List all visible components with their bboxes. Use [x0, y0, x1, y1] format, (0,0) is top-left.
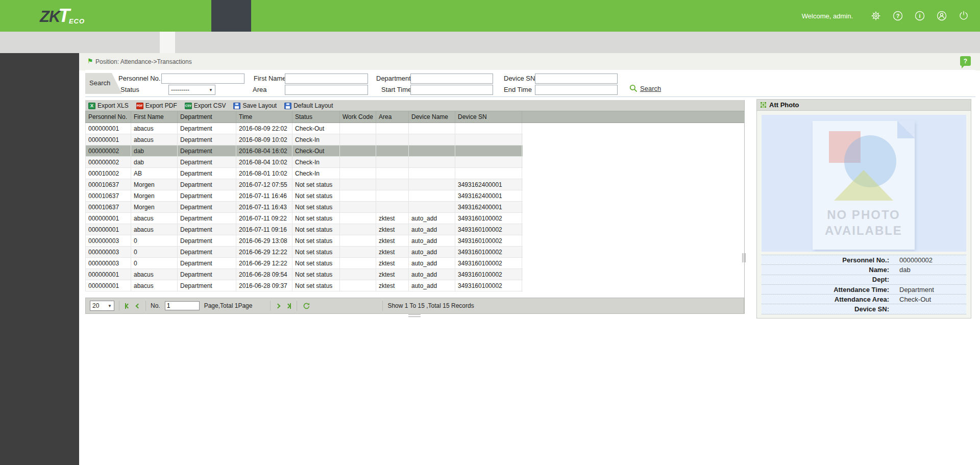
table-cell[interactable]: Department [178, 123, 236, 134]
table-row[interactable]: 000000002dabDepartment2016-08-04 10:02Ch… [85, 157, 523, 168]
table-cell[interactable] [340, 190, 376, 201]
table-cell[interactable]: 2016-07-11 16:43 [236, 202, 292, 212]
table-cell[interactable] [376, 157, 409, 167]
end-time-input[interactable] [535, 85, 618, 95]
table-cell[interactable] [340, 258, 376, 268]
table-cell[interactable] [376, 123, 409, 134]
table-cell[interactable] [455, 168, 522, 179]
table-cell[interactable]: Morgen [131, 202, 178, 212]
table-cell[interactable]: Department [178, 190, 236, 201]
table-cell[interactable] [340, 168, 376, 179]
status-select[interactable]: --------- ▼ [168, 85, 215, 95]
table-cell[interactable]: 2016-07-11 09:16 [236, 224, 292, 235]
table-cell[interactable] [455, 145, 522, 156]
table-cell[interactable]: Check-In [292, 157, 340, 167]
table-cell[interactable] [455, 157, 522, 167]
subnav-item[interactable] [160, 32, 175, 53]
table-cell[interactable] [409, 202, 455, 212]
column-header[interactable]: First Name [131, 111, 178, 123]
table-cell[interactable]: abacus [131, 123, 178, 134]
prev-page-button[interactable] [135, 304, 141, 308]
last-page-button[interactable] [285, 303, 292, 309]
table-cell[interactable] [340, 224, 376, 235]
column-header[interactable]: Work Code [340, 111, 376, 123]
table-cell[interactable]: AB [131, 168, 178, 179]
table-row[interactable]: 000000001abacusDepartment2016-07-11 09:2… [85, 213, 523, 224]
column-header[interactable]: Device Name [409, 111, 455, 123]
table-cell[interactable]: dab [131, 145, 178, 156]
table-cell[interactable] [409, 145, 455, 156]
table-cell[interactable]: 3493160100002 [455, 224, 522, 235]
export-xls-button[interactable]: Export XLS [88, 102, 129, 109]
table-cell[interactable]: abacus [131, 134, 178, 145]
table-cell[interactable]: zktest [376, 280, 409, 291]
table-cell[interactable]: abacus [131, 213, 178, 224]
personnel-no-input[interactable] [161, 74, 244, 84]
table-cell[interactable] [340, 179, 376, 190]
table-cell[interactable] [409, 123, 455, 134]
top-menu-item[interactable] [291, 0, 331, 32]
table-cell[interactable]: auto_add [409, 235, 455, 246]
resize-grip[interactable] [408, 314, 421, 317]
table-cell[interactable] [340, 123, 376, 134]
top-menu-item[interactable] [251, 0, 291, 32]
table-cell[interactable]: zktest [376, 269, 409, 280]
table-cell[interactable] [340, 134, 376, 145]
table-cell[interactable]: 000000002 [86, 157, 131, 167]
table-row[interactable]: 0000000030Department2016-06-29 12:22Not … [85, 247, 523, 258]
table-cell[interactable]: 2016-07-12 07:55 [236, 179, 292, 190]
column-header[interactable]: Device SN [455, 111, 522, 123]
table-cell[interactable]: abacus [131, 269, 178, 280]
table-cell[interactable]: zktest [376, 213, 409, 224]
table-row[interactable]: 000000001abacusDepartment2016-08-09 10:0… [85, 134, 523, 145]
help-bubble-icon[interactable]: ? [960, 56, 971, 66]
save-layout-button[interactable]: Save Layout [233, 102, 277, 109]
table-cell[interactable]: Department [178, 168, 236, 179]
subnav-item[interactable] [190, 32, 206, 53]
table-cell[interactable]: Not set status [292, 202, 340, 212]
table-cell[interactable]: Department [178, 202, 236, 212]
table-cell[interactable] [340, 145, 376, 156]
table-cell[interactable]: auto_add [409, 258, 455, 268]
table-cell[interactable]: 000000001 [86, 224, 131, 235]
area-input[interactable] [285, 85, 368, 95]
table-cell[interactable] [376, 134, 409, 145]
table-cell[interactable]: Department [178, 280, 236, 291]
table-cell[interactable]: 3493160100002 [455, 235, 522, 246]
table-cell[interactable]: Department [178, 145, 236, 156]
top-menu-item[interactable] [132, 0, 172, 32]
table-cell[interactable]: 3493160100002 [455, 247, 522, 257]
page-size-select[interactable]: 20 ▼ [90, 301, 114, 311]
table-row[interactable]: 000010002ABDepartment2016-08-01 10:02Che… [85, 168, 523, 179]
power-icon[interactable] [958, 10, 970, 22]
splitter[interactable] [744, 100, 745, 314]
first-page-button[interactable] [124, 303, 131, 309]
table-cell[interactable] [376, 145, 409, 156]
table-cell[interactable]: 3493162400001 [455, 202, 522, 212]
table-row[interactable]: 000000001abacusDepartment2016-06-28 09:5… [85, 269, 523, 280]
next-page-button[interactable] [275, 304, 281, 308]
table-cell[interactable] [376, 202, 409, 212]
column-header[interactable]: Status [292, 111, 340, 123]
table-cell[interactable] [340, 269, 376, 280]
table-cell[interactable]: 000000003 [86, 258, 131, 268]
table-cell[interactable] [340, 213, 376, 224]
table-cell[interactable]: 3493160100002 [455, 213, 522, 224]
table-cell[interactable]: 000000001 [86, 269, 131, 280]
table-cell[interactable]: 0 [131, 235, 178, 246]
table-cell[interactable]: auto_add [409, 280, 455, 291]
table-cell[interactable]: 000000003 [86, 247, 131, 257]
table-cell[interactable] [455, 123, 522, 134]
table-cell[interactable]: abacus [131, 224, 178, 235]
column-header[interactable]: Time [236, 111, 292, 123]
table-cell[interactable]: 2016-06-29 13:08 [236, 235, 292, 246]
table-cell[interactable]: 000010637 [86, 190, 131, 201]
table-cell[interactable] [340, 157, 376, 167]
subnav-item[interactable] [129, 32, 144, 53]
user-icon[interactable] [936, 10, 948, 22]
table-cell[interactable] [340, 235, 376, 246]
table-cell[interactable]: Not set status [292, 224, 340, 235]
table-row[interactable]: 000000001abacusDepartment2016-07-11 09:1… [85, 224, 523, 235]
table-cell[interactable]: 000010637 [86, 202, 131, 212]
table-cell[interactable]: Check-Out [292, 123, 340, 134]
